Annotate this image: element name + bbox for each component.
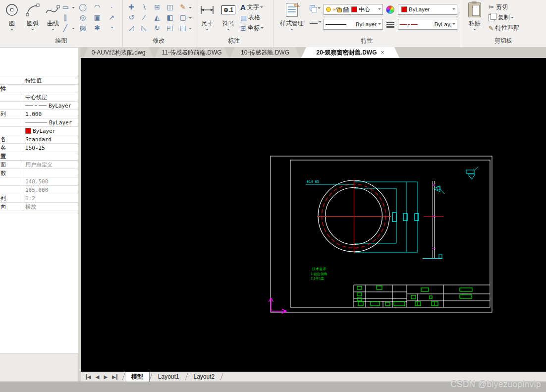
linetype-select[interactable]: ByLayer [324, 19, 383, 30]
line-tool-icon[interactable]: ╱ [60, 23, 70, 32]
text-button[interactable]: A 文字 [240, 3, 263, 11]
edit-polyline-tool-icon[interactable]: ✎ [178, 2, 188, 11]
prop-row-paper[interactable]: 面 用户自定义 [0, 161, 78, 169]
prop-row-linetype-scale[interactable]: 列 1.000 [0, 110, 78, 118]
layer-plot-icon[interactable] [343, 8, 349, 12]
prop-row-dim-style[interactable]: 各 ISO-25 [0, 144, 78, 152]
tab-layout1[interactable]: Layout1 [152, 373, 185, 381]
rectangle-tool-icon[interactable]: ▭ [60, 2, 70, 11]
close-icon[interactable]: × [381, 49, 384, 56]
lineweight-icon[interactable] [386, 20, 394, 29]
doc-tab-auv-assembly[interactable]: 0-AUV结构装配.dwg [83, 47, 154, 58]
prop-row-scale[interactable]: 列 1:2 [0, 194, 78, 203]
mirror-tool-icon[interactable]: ◭ [152, 13, 162, 22]
chevron-down-icon[interactable] [260, 6, 263, 9]
chevron-down-icon[interactable] [189, 17, 192, 20]
chevron-down-icon[interactable] [189, 7, 192, 10]
arc-button[interactable]: 圆弧 [23, 1, 43, 32]
layer-freeze-icon[interactable]: ☀ [332, 7, 336, 12]
copy-button[interactable]: 复制 [489, 13, 514, 22]
chevron-down-icon[interactable] [206, 29, 209, 32]
chevron-down-icon[interactable] [318, 7, 321, 10]
rotate-copy-tool-icon[interactable]: ↻ [152, 23, 162, 32]
trim-tool-icon[interactable]: ∖ [139, 2, 149, 11]
last-tab-icon[interactable]: ▶ [112, 374, 117, 380]
doc-tab-sensor-cabin[interactable]: 10-传感器舱.DWG [230, 47, 300, 58]
prop-row-text-style[interactable]: 各 Standard [0, 135, 78, 144]
tab-model[interactable]: 模型 [125, 372, 150, 382]
prop-row-linetype[interactable]: ByLayer [0, 102, 78, 110]
spline-button[interactable]: 曲线 [44, 1, 62, 32]
style-manager-button[interactable]: ✎ 样式管理 [277, 1, 307, 32]
rotate-tool-icon[interactable]: ↺ [126, 13, 136, 22]
chevron-down-icon[interactable] [378, 8, 381, 11]
stretch-tool-icon[interactable]: ◫ [165, 2, 175, 11]
array-tool-icon[interactable]: ⊞ [152, 2, 162, 11]
block-tool-icon[interactable]: ▣ [92, 13, 102, 22]
prev-tab-icon[interactable]: ◀ [96, 374, 100, 380]
chevron-down-icon[interactable] [378, 23, 381, 26]
select-window-tool-icon[interactable]: ▢ [178, 13, 188, 22]
linetype2-select[interactable]: ByLay, [398, 19, 457, 30]
coordinate-button[interactable]: ⊞ 坐标 [240, 24, 264, 32]
multiline-tool-icon[interactable]: ∥ [60, 13, 70, 22]
properties-panel-label: 特性 [273, 37, 461, 45]
layer-on-icon[interactable] [326, 7, 331, 12]
drawing-canvas[interactable]: Φ14 05 技术要求: [81, 58, 546, 372]
prop-row-orientation[interactable]: 向 横放 [0, 203, 78, 211]
ellipse-tool-icon[interactable]: ◯ [78, 2, 88, 11]
layer-manager-button[interactable] [310, 5, 321, 12]
move-tool-icon[interactable]: ✚ [126, 2, 136, 11]
union-tool-icon[interactable]: ◧ [165, 13, 175, 22]
chevron-down-icon[interactable] [511, 17, 514, 20]
chevron-down-icon[interactable] [227, 29, 230, 32]
chevron-down-icon[interactable] [290, 29, 293, 32]
chevron-down-icon[interactable] [261, 27, 264, 30]
prop-row-layer[interactable]: 中心线层 [0, 93, 78, 102]
donut-tool-icon[interactable]: ◎ [78, 13, 88, 22]
cut-button[interactable]: ✂ 剪切 [489, 3, 508, 11]
match-properties-button[interactable]: ✎ 特性匹配 [489, 24, 519, 32]
prop-row-color[interactable]: ByLayer [0, 127, 78, 135]
chevron-down-icon[interactable] [473, 29, 476, 32]
region-tool-icon[interactable]: ✱ [92, 23, 102, 32]
chevron-down-icon[interactable] [452, 8, 455, 11]
hatch-edit-tool-icon[interactable]: ▤ [178, 23, 188, 32]
symbol-button[interactable]: ⊕.1 符号 [219, 1, 238, 32]
doc-tab-sensor-front[interactable]: 11-传感器舱前端.DWG [155, 47, 229, 58]
chevron-down-icon[interactable] [319, 21, 322, 24]
layer-lock-icon[interactable] [337, 8, 342, 12]
paste-button[interactable]: 粘贴 [465, 1, 485, 32]
ray-tool-icon[interactable]: ↗ [107, 13, 116, 22]
scale-tool-icon[interactable]: ◿ [126, 23, 136, 32]
chamfer-tool-icon[interactable]: ◺ [139, 23, 149, 32]
offset-tool-icon[interactable]: ∕ [139, 13, 149, 22]
first-tab-icon[interactable]: ◀ [86, 374, 91, 380]
chevron-down-icon[interactable] [10, 29, 13, 32]
prop-row-height[interactable]: 105.000 [0, 186, 78, 194]
chevron-down-icon[interactable] [72, 28, 75, 31]
linetype-manager-button[interactable] [310, 20, 322, 24]
wipeout-tool-icon[interactable]: ◔ [107, 23, 116, 32]
color-select[interactable]: ByLayer [398, 4, 457, 15]
chevron-down-icon[interactable] [72, 7, 75, 10]
tab-layout2[interactable]: Layout2 [188, 373, 221, 381]
prop-row-blank[interactable]: 数 [0, 169, 78, 177]
chevron-down-icon[interactable] [31, 29, 34, 32]
doc-tab-window-cover[interactable]: 20-观察窗密封盖.DWG × [301, 47, 399, 58]
box-3d-tool-icon[interactable]: ◰ [165, 23, 175, 32]
chevron-down-icon[interactable] [452, 23, 455, 26]
arc3-tool-icon[interactable]: ◠ [92, 2, 102, 11]
circle-button[interactable]: 圆 [3, 1, 21, 32]
color-wheel-icon[interactable] [386, 5, 394, 14]
dimension-button[interactable]: 尺寸 [198, 1, 216, 32]
chevron-down-icon[interactable] [189, 28, 192, 31]
next-tab-icon[interactable]: ▶ [104, 374, 108, 380]
chevron-down-icon[interactable] [52, 29, 55, 32]
table-button[interactable]: ▦ 表格 [240, 13, 260, 22]
hatch-tool-icon[interactable]: ▨ [78, 23, 88, 32]
point-tool-icon[interactable]: · [107, 2, 116, 11]
prop-row-width[interactable]: 148.500 [0, 177, 78, 186]
layer-select[interactable]: ☀ 中心 [324, 4, 383, 15]
prop-row-lineweight[interactable]: ByLayer [0, 118, 78, 127]
